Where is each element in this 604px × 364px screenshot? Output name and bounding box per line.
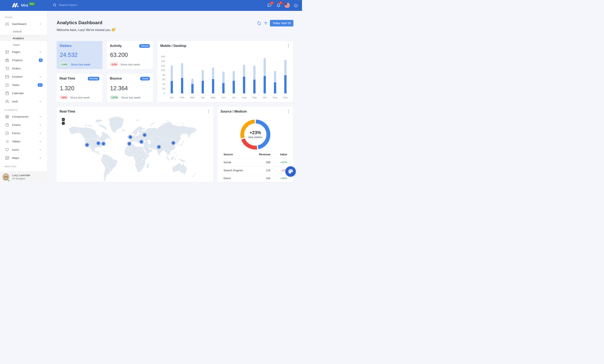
svg-text:20: 20 bbox=[162, 87, 165, 90]
svg-text:120: 120 bbox=[161, 64, 165, 67]
svg-text:Apr: Apr bbox=[201, 96, 205, 99]
svg-text:Mar: Mar bbox=[190, 96, 195, 99]
svg-text:140: 140 bbox=[161, 60, 165, 63]
svg-text:Nov: Nov bbox=[273, 96, 277, 99]
svg-text:Jan: Jan bbox=[170, 96, 174, 99]
svg-text:Dec: Dec bbox=[283, 96, 288, 99]
svg-text:Aug: Aug bbox=[242, 96, 246, 99]
svg-text:100: 100 bbox=[161, 69, 165, 72]
svg-text:May: May bbox=[211, 96, 215, 99]
svg-text:Oct: Oct bbox=[263, 96, 267, 99]
svg-text:60: 60 bbox=[162, 78, 165, 81]
svg-text:40: 40 bbox=[162, 83, 165, 86]
svg-text:80: 80 bbox=[162, 74, 165, 76]
svg-text:160: 160 bbox=[161, 55, 165, 58]
svg-text:Jun: Jun bbox=[221, 96, 226, 99]
svg-text:Feb: Feb bbox=[180, 96, 184, 99]
svg-text:Sep: Sep bbox=[252, 96, 257, 99]
svg-text:Jul: Jul bbox=[232, 96, 235, 99]
svg-text:0: 0 bbox=[164, 92, 165, 95]
